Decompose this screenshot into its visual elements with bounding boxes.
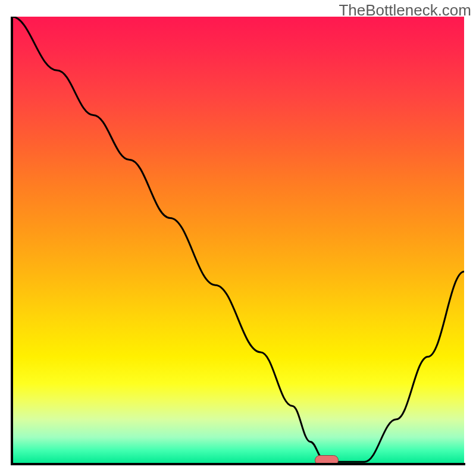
y-axis bbox=[11, 17, 13, 465]
watermark-text: TheBottleneck.com bbox=[339, 1, 471, 20]
x-axis bbox=[11, 463, 465, 465]
bottleneck-curve bbox=[12, 17, 464, 464]
chart-container: TheBottleneck.com bbox=[0, 0, 476, 476]
